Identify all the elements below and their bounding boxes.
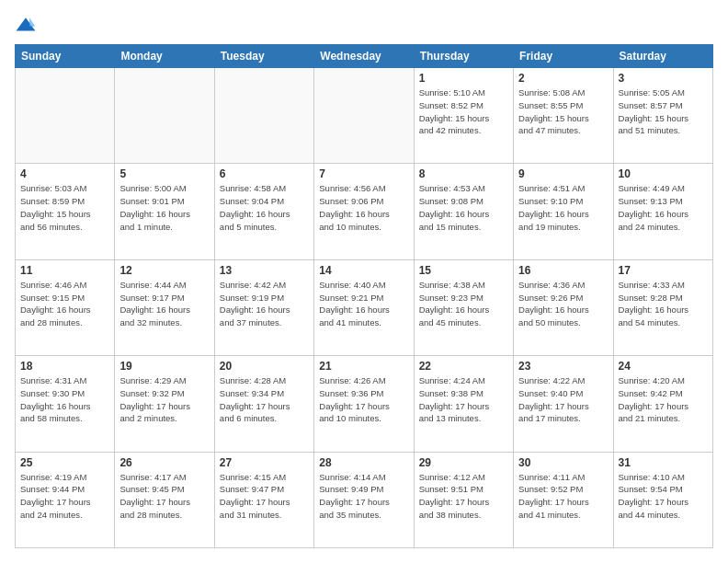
calendar-cell: 20Sunrise: 4:28 AM Sunset: 9:34 PM Dayli… bbox=[214, 356, 313, 452]
day-number: 4 bbox=[20, 167, 109, 180]
day-number: 13 bbox=[220, 264, 309, 277]
day-info: Sunrise: 4:12 AM Sunset: 9:51 PM Dayligh… bbox=[419, 471, 508, 522]
day-info: Sunrise: 4:22 AM Sunset: 9:40 PM Dayligh… bbox=[518, 374, 608, 425]
calendar-cell: 12Sunrise: 4:44 AM Sunset: 9:17 PM Dayli… bbox=[115, 259, 214, 355]
day-info: Sunrise: 5:05 AM Sunset: 8:57 PM Dayligh… bbox=[619, 86, 708, 137]
day-info: Sunrise: 4:51 AM Sunset: 9:10 PM Dayligh… bbox=[518, 182, 608, 233]
day-info: Sunrise: 5:03 AM Sunset: 8:59 PM Dayligh… bbox=[20, 182, 109, 233]
calendar-cell: 5Sunrise: 5:00 AM Sunset: 9:01 PM Daylig… bbox=[115, 164, 214, 259]
calendar-cell: 9Sunrise: 4:51 AM Sunset: 9:10 PM Daylig… bbox=[514, 164, 613, 259]
day-number: 19 bbox=[119, 360, 209, 373]
day-number: 21 bbox=[319, 360, 408, 373]
day-number: 3 bbox=[619, 72, 708, 85]
calendar-week-1: 4Sunrise: 5:03 AM Sunset: 8:59 PM Daylig… bbox=[16, 164, 713, 259]
day-number: 8 bbox=[419, 167, 508, 180]
day-info: Sunrise: 4:17 AM Sunset: 9:45 PM Dayligh… bbox=[119, 471, 209, 522]
calendar-cell: 26Sunrise: 4:17 AM Sunset: 9:45 PM Dayli… bbox=[115, 452, 214, 547]
day-info: Sunrise: 4:58 AM Sunset: 9:04 PM Dayligh… bbox=[220, 182, 309, 233]
day-info: Sunrise: 5:08 AM Sunset: 8:55 PM Dayligh… bbox=[518, 86, 608, 137]
calendar-cell: 10Sunrise: 4:49 AM Sunset: 9:13 PM Dayli… bbox=[613, 164, 712, 259]
day-number: 18 bbox=[20, 360, 109, 373]
day-number: 1 bbox=[419, 72, 508, 85]
header bbox=[15, 15, 713, 37]
calendar-cell: 8Sunrise: 4:53 AM Sunset: 9:08 PM Daylig… bbox=[414, 164, 513, 259]
calendar-header-thursday: Thursday bbox=[414, 45, 513, 68]
day-info: Sunrise: 4:46 AM Sunset: 9:15 PM Dayligh… bbox=[20, 279, 109, 329]
day-number: 12 bbox=[119, 264, 209, 277]
day-number: 10 bbox=[619, 167, 708, 180]
day-info: Sunrise: 4:31 AM Sunset: 9:30 PM Dayligh… bbox=[20, 374, 109, 425]
day-number: 26 bbox=[119, 456, 209, 469]
day-number: 17 bbox=[619, 264, 708, 277]
calendar-cell: 25Sunrise: 4:19 AM Sunset: 9:44 PM Dayli… bbox=[16, 452, 115, 547]
calendar-cell: 2Sunrise: 5:08 AM Sunset: 8:55 PM Daylig… bbox=[514, 68, 613, 164]
calendar-week-0: 1Sunrise: 5:10 AM Sunset: 8:52 PM Daylig… bbox=[16, 68, 713, 164]
calendar-week-3: 18Sunrise: 4:31 AM Sunset: 9:30 PM Dayli… bbox=[16, 356, 713, 452]
calendar-cell: 22Sunrise: 4:24 AM Sunset: 9:38 PM Dayli… bbox=[414, 356, 513, 452]
day-info: Sunrise: 4:56 AM Sunset: 9:06 PM Dayligh… bbox=[319, 182, 408, 233]
day-info: Sunrise: 4:53 AM Sunset: 9:08 PM Dayligh… bbox=[419, 182, 508, 233]
day-info: Sunrise: 4:11 AM Sunset: 9:52 PM Dayligh… bbox=[518, 471, 608, 522]
calendar-cell: 24Sunrise: 4:20 AM Sunset: 9:42 PM Dayli… bbox=[613, 356, 712, 452]
day-number: 5 bbox=[119, 167, 209, 180]
day-info: Sunrise: 4:49 AM Sunset: 9:13 PM Dayligh… bbox=[619, 182, 708, 233]
calendar-cell: 11Sunrise: 4:46 AM Sunset: 9:15 PM Dayli… bbox=[16, 259, 115, 355]
calendar-cell: 27Sunrise: 4:15 AM Sunset: 9:47 PM Dayli… bbox=[214, 452, 313, 547]
day-info: Sunrise: 4:28 AM Sunset: 9:34 PM Dayligh… bbox=[220, 374, 309, 425]
calendar-cell: 14Sunrise: 4:40 AM Sunset: 9:21 PM Dayli… bbox=[314, 259, 414, 355]
day-info: Sunrise: 4:10 AM Sunset: 9:54 PM Dayligh… bbox=[619, 471, 708, 522]
calendar-week-4: 25Sunrise: 4:19 AM Sunset: 9:44 PM Dayli… bbox=[16, 452, 713, 547]
day-info: Sunrise: 4:29 AM Sunset: 9:32 PM Dayligh… bbox=[119, 374, 209, 425]
day-number: 14 bbox=[319, 264, 408, 277]
calendar-cell: 29Sunrise: 4:12 AM Sunset: 9:51 PM Dayli… bbox=[414, 452, 513, 547]
day-info: Sunrise: 4:33 AM Sunset: 9:28 PM Dayligh… bbox=[619, 279, 708, 329]
calendar-cell: 31Sunrise: 4:10 AM Sunset: 9:54 PM Dayli… bbox=[613, 452, 712, 547]
day-info: Sunrise: 5:10 AM Sunset: 8:52 PM Dayligh… bbox=[419, 86, 508, 137]
day-info: Sunrise: 4:40 AM Sunset: 9:21 PM Dayligh… bbox=[319, 279, 408, 329]
day-info: Sunrise: 4:42 AM Sunset: 9:19 PM Dayligh… bbox=[220, 279, 309, 329]
calendar-cell bbox=[115, 68, 214, 164]
day-number: 28 bbox=[319, 456, 408, 469]
calendar-header-saturday: Saturday bbox=[613, 45, 712, 68]
day-number: 27 bbox=[220, 456, 309, 469]
day-info: Sunrise: 4:15 AM Sunset: 9:47 PM Dayligh… bbox=[220, 471, 309, 522]
day-number: 15 bbox=[419, 264, 508, 277]
logo-icon bbox=[15, 15, 37, 37]
calendar-cell: 7Sunrise: 4:56 AM Sunset: 9:06 PM Daylig… bbox=[314, 164, 414, 259]
calendar-cell: 23Sunrise: 4:22 AM Sunset: 9:40 PM Dayli… bbox=[514, 356, 613, 452]
calendar-cell: 28Sunrise: 4:14 AM Sunset: 9:49 PM Dayli… bbox=[314, 452, 414, 547]
day-number: 23 bbox=[518, 360, 608, 373]
calendar-cell: 18Sunrise: 4:31 AM Sunset: 9:30 PM Dayli… bbox=[16, 356, 115, 452]
day-number: 25 bbox=[20, 456, 109, 469]
day-number: 11 bbox=[20, 264, 109, 277]
calendar-header-wednesday: Wednesday bbox=[314, 45, 414, 68]
day-info: Sunrise: 5:00 AM Sunset: 9:01 PM Dayligh… bbox=[119, 182, 209, 233]
calendar-cell: 21Sunrise: 4:26 AM Sunset: 9:36 PM Dayli… bbox=[314, 356, 414, 452]
day-number: 22 bbox=[419, 360, 508, 373]
day-number: 24 bbox=[619, 360, 708, 373]
calendar-cell: 19Sunrise: 4:29 AM Sunset: 9:32 PM Dayli… bbox=[115, 356, 214, 452]
calendar-cell: 1Sunrise: 5:10 AM Sunset: 8:52 PM Daylig… bbox=[414, 68, 513, 164]
day-number: 2 bbox=[518, 72, 608, 85]
calendar-cell bbox=[16, 68, 115, 164]
calendar-cell: 6Sunrise: 4:58 AM Sunset: 9:04 PM Daylig… bbox=[214, 164, 313, 259]
calendar-header-monday: Monday bbox=[115, 45, 214, 68]
day-info: Sunrise: 4:38 AM Sunset: 9:23 PM Dayligh… bbox=[419, 279, 508, 329]
day-number: 29 bbox=[419, 456, 508, 469]
day-info: Sunrise: 4:36 AM Sunset: 9:26 PM Dayligh… bbox=[518, 279, 608, 329]
day-info: Sunrise: 4:19 AM Sunset: 9:44 PM Dayligh… bbox=[20, 471, 109, 522]
calendar-cell: 3Sunrise: 5:05 AM Sunset: 8:57 PM Daylig… bbox=[613, 68, 712, 164]
calendar-header-row: SundayMondayTuesdayWednesdayThursdayFrid… bbox=[16, 45, 713, 68]
day-number: 7 bbox=[319, 167, 408, 180]
logo bbox=[15, 15, 40, 37]
day-number: 16 bbox=[518, 264, 608, 277]
svg-marker-1 bbox=[29, 17, 35, 27]
page: SundayMondayTuesdayWednesdayThursdayFrid… bbox=[0, 0, 728, 563]
day-number: 6 bbox=[220, 167, 309, 180]
calendar-header-sunday: Sunday bbox=[16, 45, 115, 68]
calendar-cell: 15Sunrise: 4:38 AM Sunset: 9:23 PM Dayli… bbox=[414, 259, 513, 355]
calendar-cell bbox=[214, 68, 313, 164]
calendar-cell: 13Sunrise: 4:42 AM Sunset: 9:19 PM Dayli… bbox=[214, 259, 313, 355]
calendar-cell: 30Sunrise: 4:11 AM Sunset: 9:52 PM Dayli… bbox=[514, 452, 613, 547]
calendar-cell: 16Sunrise: 4:36 AM Sunset: 9:26 PM Dayli… bbox=[514, 259, 613, 355]
